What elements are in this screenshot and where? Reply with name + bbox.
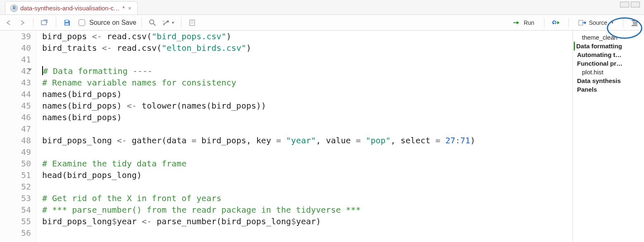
line-number: 46 [0, 112, 31, 123]
line-number: 51 [0, 169, 31, 181]
code-line: # Data formatting ---- [42, 65, 572, 77]
document-outline: theme_cleanData formattingAutomating t…F… [573, 31, 644, 242]
separator [141, 18, 142, 28]
svg-rect-5 [190, 20, 195, 26]
code-line: head(bird_pops_long) [42, 169, 572, 181]
outline-item[interactable]: Automating t… [576, 50, 642, 59]
separator [568, 18, 569, 28]
svg-rect-2 [65, 23, 69, 25]
line-number: 52 [0, 181, 31, 192]
separator [33, 18, 33, 28]
outline-item[interactable]: Data synthesis [576, 76, 642, 85]
outline-item[interactable]: plot.hist [576, 68, 642, 76]
svg-rect-10 [579, 20, 583, 25]
code-tools-button[interactable]: ▾ [160, 17, 176, 28]
code-line [42, 146, 572, 158]
code-line [42, 123, 572, 135]
code-line: # Examine the tidy data frame [42, 158, 572, 169]
line-number: 42 [0, 65, 31, 77]
code-line: bird_pops <- read.csv("bird_pops.csv") [42, 31, 572, 42]
line-number: 56 [0, 227, 31, 239]
line-number: 49 [0, 146, 31, 158]
nav-back-button[interactable] [3, 17, 15, 28]
outline-item[interactable]: theme_clean [576, 33, 642, 42]
code-line: names(bird_pops) [42, 112, 572, 123]
find-replace-button[interactable] [147, 17, 158, 28]
code-line: # *** parse_number() from the readr pack… [42, 204, 572, 216]
code-line: names(bird_pops) <- tolower(names(bird_p… [42, 100, 572, 112]
r-file-icon: R [10, 5, 18, 12]
line-number: 45 [0, 100, 31, 112]
code-line: # Get rid of the X in front of years [42, 192, 572, 204]
separator [181, 18, 181, 28]
line-number: 41 [0, 54, 31, 65]
save-button[interactable] [61, 17, 73, 28]
code-line: bird_traits <- read.csv("elton_birds.csv… [42, 42, 572, 54]
line-number: 47 [0, 123, 31, 135]
separator [544, 18, 544, 28]
code-line: bird_pops_long$year <- parse_number(bird… [42, 216, 572, 227]
source-on-save-checkbox[interactable] [79, 19, 85, 26]
line-number: 39 [0, 31, 31, 42]
pane-window-controls [620, 2, 640, 7]
code-line: # Rename variable names for consistency [42, 77, 572, 88]
main-area: 394041424344454647484950515253545556 bir… [0, 31, 644, 242]
line-number: 50 [0, 158, 31, 169]
source-label: Source [589, 19, 607, 26]
line-number: 48 [0, 135, 31, 146]
close-icon[interactable]: × [127, 5, 132, 11]
file-tab[interactable]: R data-synthesis-and-visualisation-c… * … [5, 1, 138, 14]
editor-toolbar: Source on Save ▾ Run Source ▾ [0, 15, 644, 31]
svg-line-4 [153, 24, 155, 26]
code-line [42, 54, 572, 65]
compile-report-button[interactable] [186, 17, 198, 28]
line-number: 54 [0, 204, 31, 216]
code-area[interactable]: bird_pops <- read.csv("bird_pops.csv")bi… [36, 31, 572, 242]
code-editor[interactable]: 394041424344454647484950515253545556 bir… [0, 31, 573, 242]
code-line [42, 227, 572, 239]
source-on-save-label: Source on Save [89, 19, 136, 26]
nav-forward-button[interactable] [17, 17, 28, 28]
tab-bar: R data-synthesis-and-visualisation-c… * … [0, 0, 644, 15]
line-number: 53 [0, 192, 31, 204]
chevron-down-icon: ▾ [611, 20, 613, 25]
svg-rect-1 [65, 20, 68, 22]
svg-rect-0 [41, 21, 46, 25]
code-line: names(bird_pops) [42, 88, 572, 100]
tab-title: data-synthesis-and-visualisation-c… [20, 5, 120, 12]
svg-point-3 [150, 20, 154, 24]
line-number: 43 [0, 77, 31, 88]
tab-dirty-marker: * [122, 5, 125, 12]
minimize-pane-icon[interactable] [620, 2, 629, 7]
line-number: 55 [0, 216, 31, 227]
outline-item[interactable]: Data formatting [574, 42, 642, 50]
code-line [42, 181, 572, 192]
outline-item[interactable]: Functional pr… [576, 59, 642, 68]
show-in-new-window-button[interactable] [38, 17, 51, 28]
separator [623, 18, 623, 28]
run-label: Run [524, 19, 534, 26]
run-button[interactable]: Run [508, 17, 539, 28]
rerun-button[interactable] [549, 17, 563, 28]
fold-icon[interactable] [28, 69, 32, 71]
chevron-down-icon: ▾ [172, 20, 174, 25]
outline-item[interactable]: Panels [576, 85, 642, 94]
source-button[interactable]: Source ▾ [574, 17, 618, 28]
maximize-pane-icon[interactable] [631, 2, 640, 7]
line-number: 44 [0, 88, 31, 100]
line-gutter: 394041424344454647484950515253545556 [0, 31, 36, 242]
document-outline-button[interactable] [628, 17, 641, 28]
separator [56, 18, 56, 28]
line-number: 40 [0, 42, 31, 54]
code-line: bird_pops_long <- gather(data = bird_pop… [42, 135, 572, 146]
